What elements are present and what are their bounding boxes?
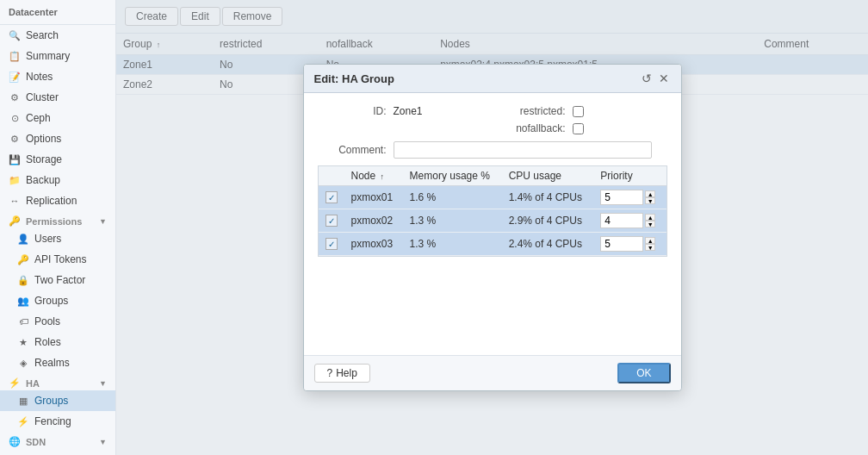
comment-row: Comment: <box>318 141 667 159</box>
priority-up-button[interactable]: ▲ <box>645 214 655 221</box>
sidebar-item-options[interactable]: ⚙ Options <box>0 128 115 149</box>
node-checkbox-icon[interactable]: ✓ <box>326 238 338 250</box>
sidebar-section-ha[interactable]: ⚡ HA ▼ <box>0 373 115 390</box>
node-checkbox-cell: ✓ <box>319 209 344 233</box>
restricted-row: restricted: <box>497 105 667 117</box>
sidebar-section-sdn[interactable]: 🌐 SDN ▼ <box>0 432 115 449</box>
priority-input[interactable] <box>600 190 643 205</box>
sidebar-item-two-factor[interactable]: 🔒 Two Factor <box>0 270 115 290</box>
ha-icon: ⚡ <box>9 377 21 389</box>
help-label: Help <box>336 367 357 379</box>
sidebar-item-replication[interactable]: ↔ Replication <box>0 190 115 211</box>
col-check <box>319 166 344 186</box>
sidebar-item-api-tokens[interactable]: 🔑 API Tokens <box>0 249 115 270</box>
priority-up-button[interactable]: ▲ <box>645 190 655 197</box>
sidebar-label-backup: Backup <box>26 174 60 186</box>
replication-icon: ↔ <box>9 195 21 207</box>
comment-label: Comment: <box>318 144 387 156</box>
sidebar-item-zones[interactable]: ▦ Zones <box>0 449 115 455</box>
search-icon: 🔍 <box>9 29 21 41</box>
restricted-label: restricted: <box>497 105 566 117</box>
notes-icon: 📝 <box>9 71 21 83</box>
sidebar-label-pools: Pools <box>34 315 60 327</box>
sidebar-label-two-factor: Two Factor <box>34 274 85 286</box>
node-checkbox-icon[interactable]: ✓ <box>326 215 338 227</box>
node-checkbox-cell: ✓ <box>319 186 344 209</box>
realms-icon: ◈ <box>17 357 29 369</box>
col-node[interactable]: Node ↑ <box>344 166 403 186</box>
priority-spinner: ▲ ▼ <box>645 237 655 251</box>
cluster-icon: ⚙ <box>9 91 21 103</box>
storage-icon: 💾 <box>9 153 21 165</box>
restricted-checkbox[interactable] <box>573 106 584 117</box>
modal-footer: ? Help OK <box>304 355 681 390</box>
sidebar-label-api-tokens: API Tokens <box>34 253 86 265</box>
ok-button[interactable]: OK <box>617 363 670 383</box>
modal-header: Edit: HA Group ↺ ✕ <box>304 65 681 93</box>
priority-spinner: ▲ ▼ <box>645 190 655 204</box>
priority-wrap: ▲ ▼ <box>600 190 659 205</box>
sidebar-item-realms[interactable]: ◈ Realms <box>0 352 115 373</box>
priority-down-button[interactable]: ▼ <box>645 197 655 204</box>
col-priority[interactable]: Priority <box>593 166 666 186</box>
priority-input[interactable] <box>600 236 643 252</box>
sidebar-label-replication: Replication <box>26 195 77 207</box>
sidebar-item-cluster[interactable]: ⚙ Cluster <box>0 87 115 108</box>
sidebar-label-realms: Realms <box>34 357 70 369</box>
priority-cell: ▲ ▼ <box>593 233 666 256</box>
comment-input[interactable] <box>394 141 652 159</box>
priority-up-button[interactable]: ▲ <box>645 237 655 244</box>
permissions-arrow-icon: ▼ <box>99 217 107 226</box>
cpu-cell: 2.4% of 4 CPUs <box>502 233 594 256</box>
sidebar-item-search[interactable]: 🔍 Search <box>0 25 115 46</box>
two-factor-icon: 🔒 <box>17 274 29 286</box>
priority-input[interactable] <box>600 213 643 228</box>
ha-arrow-icon: ▼ <box>99 379 107 388</box>
sidebar-item-summary[interactable]: 📋 Summary <box>0 46 115 66</box>
nofallback-checkbox[interactable] <box>573 123 584 134</box>
sidebar-item-fencing[interactable]: ⚡ Fencing <box>0 411 115 432</box>
sidebar-label-ceph: Ceph <box>26 112 51 124</box>
sidebar-item-ha-groups[interactable]: ▦ Groups <box>0 390 115 411</box>
cpu-cell: 2.9% of 4 CPUs <box>502 209 594 233</box>
sdn-icon: 🌐 <box>9 436 21 447</box>
sidebar-item-notes[interactable]: 📝 Notes <box>0 66 115 87</box>
nofallback-label: nofallback: <box>497 122 566 134</box>
sidebar-label-roles: Roles <box>34 336 61 348</box>
nofallback-row: nofallback: <box>497 122 667 134</box>
memory-cell: 1.3 % <box>403 209 502 233</box>
help-button[interactable]: ? Help <box>314 364 370 383</box>
modal-overlay: Edit: HA Group ↺ ✕ ID: Zone1 <box>116 0 868 455</box>
sidebar-item-roles[interactable]: ★ Roles <box>0 332 115 352</box>
sidebar-item-groups-perm[interactable]: 👥 Groups <box>0 290 115 311</box>
main-content: Create Edit Remove Group ↑ restricted no… <box>116 0 868 455</box>
priority-down-button[interactable]: ▼ <box>645 244 655 251</box>
node-checkbox-icon[interactable]: ✓ <box>326 191 338 203</box>
pools-icon: 🏷 <box>17 315 29 327</box>
memory-cell: 1.6 % <box>403 186 502 209</box>
node-cell: pxmox03 <box>344 233 403 256</box>
sidebar-item-storage[interactable]: 💾 Storage <box>0 149 115 170</box>
node-table-row[interactable]: ✓ pxmox03 1.3 % 2.4% of 4 CPUs ▲ ▼ <box>319 233 666 256</box>
sidebar-item-pools[interactable]: 🏷 Pools <box>0 311 115 332</box>
priority-cell: ▲ ▼ <box>593 186 666 209</box>
sidebar-item-ceph[interactable]: ⊙ Ceph <box>0 108 115 128</box>
sidebar-section-permissions[interactable]: 🔑 Permissions ▼ <box>0 211 115 228</box>
priority-wrap: ▲ ▼ <box>600 213 659 228</box>
sidebar-item-backup[interactable]: 📁 Backup <box>0 170 115 190</box>
node-table-row[interactable]: ✓ pxmox02 1.3 % 2.9% of 4 CPUs ▲ ▼ <box>319 209 666 233</box>
node-table: Node ↑ Memory usage % CPU usage Priority… <box>319 166 666 256</box>
sidebar-item-users[interactable]: 👤 Users <box>0 228 115 249</box>
modal-close-button[interactable]: ✕ <box>657 72 671 85</box>
modal-reset-button[interactable]: ↺ <box>640 72 654 85</box>
sidebar-label-groups-perm: Groups <box>34 295 68 307</box>
node-table-row[interactable]: ✓ pxmox01 1.6 % 1.4% of 4 CPUs ▲ ▼ <box>319 186 666 209</box>
sidebar-label-summary: Summary <box>26 50 70 62</box>
fencing-icon: ⚡ <box>17 415 29 427</box>
priority-down-button[interactable]: ▼ <box>645 221 655 228</box>
cpu-cell: 1.4% of 4 CPUs <box>502 186 594 209</box>
col-memory[interactable]: Memory usage % <box>403 166 502 186</box>
id-label: ID: <box>318 105 387 117</box>
sidebar-label-sdn: SDN <box>26 437 46 447</box>
col-cpu[interactable]: CPU usage <box>502 166 594 186</box>
